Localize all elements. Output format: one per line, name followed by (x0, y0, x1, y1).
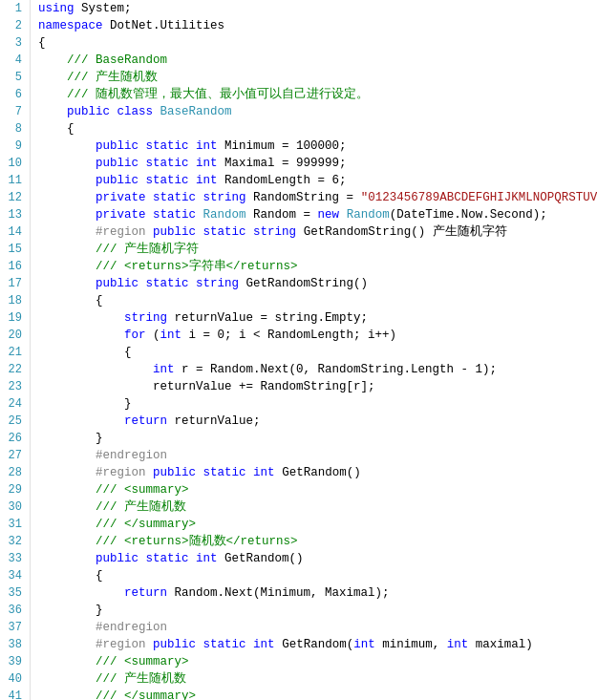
code-line: public static int GetRandom() (38, 550, 597, 567)
code-line: /// <returns>字符串</returns> (38, 258, 597, 275)
line-number: 30 (4, 498, 22, 516)
line-number: 28 (4, 464, 22, 481)
code-line: } (38, 395, 597, 413)
code-line: #region public static int GetRandom() (38, 464, 597, 481)
line-numbers: 1234567891011121314151617181920212223242… (0, 0, 31, 700)
line-number: 25 (4, 413, 22, 430)
line-number: 12 (4, 189, 22, 206)
line-number: 4 (4, 52, 22, 69)
code-line: private static Random Random = new Rando… (38, 206, 597, 223)
line-number: 37 (4, 619, 22, 636)
line-number: 23 (4, 378, 22, 395)
code-line: #region public static string GetRandomSt… (38, 223, 597, 241)
code-line: /// 产生随机数 (38, 498, 597, 516)
code-line: public static int Minimum = 100000; (38, 138, 597, 155)
code-line: for (int i = 0; i < RandomLength; i++) (38, 327, 597, 344)
code-line: public static int RandomLength = 6; (38, 172, 597, 189)
code-line: { (38, 120, 597, 138)
line-number: 15 (4, 241, 22, 258)
code-line: } (38, 602, 597, 619)
line-number: 14 (4, 223, 22, 241)
code-line: /// </summary> (38, 688, 597, 700)
line-number: 41 (4, 688, 22, 700)
code-line: { (38, 292, 597, 309)
code-line: string returnValue = string.Empty; (38, 309, 597, 327)
line-number: 10 (4, 155, 22, 172)
code-editor: 1234567891011121314151617181920212223242… (0, 0, 597, 700)
line-number: 29 (4, 481, 22, 498)
code-line: { (38, 567, 597, 584)
line-number: 35 (4, 584, 22, 602)
code-content[interactable]: using System;namespace DotNet.Utilities{… (31, 0, 597, 700)
code-line: namespace DotNet.Utilities (38, 17, 597, 34)
line-number: 19 (4, 309, 22, 327)
line-number: 8 (4, 120, 22, 138)
code-line: using System; (38, 0, 597, 17)
code-line: /// <summary> (38, 481, 597, 498)
code-line: } (38, 430, 597, 447)
line-number: 34 (4, 567, 22, 584)
line-number: 6 (4, 86, 22, 103)
line-number: 22 (4, 361, 22, 378)
line-number: 5 (4, 69, 22, 86)
code-line: return Random.Next(Minimum, Maximal); (38, 584, 597, 602)
line-number: 31 (4, 516, 22, 533)
line-number: 21 (4, 344, 22, 361)
line-number: 33 (4, 550, 22, 567)
line-number: 38 (4, 636, 22, 653)
code-line: public static int Maximal = 999999; (38, 155, 597, 172)
line-number: 36 (4, 602, 22, 619)
line-number: 27 (4, 447, 22, 464)
line-number: 13 (4, 206, 22, 223)
code-line: private static string RandomString = "01… (38, 189, 597, 206)
code-line: /// </summary> (38, 516, 597, 533)
line-number: 40 (4, 670, 22, 688)
line-number: 7 (4, 103, 22, 120)
line-number: 20 (4, 327, 22, 344)
code-line: /// 随机数管理，最大值、最小值可以自己进行设定。 (38, 86, 597, 103)
code-line: returnValue += RandomString[r]; (38, 378, 597, 395)
code-line: return returnValue; (38, 413, 597, 430)
line-number: 24 (4, 395, 22, 413)
code-line: /// 产生随机数 (38, 670, 597, 688)
line-number: 17 (4, 275, 22, 292)
code-line: /// 产生随机数 (38, 69, 597, 86)
line-number: 39 (4, 653, 22, 670)
code-line: public class BaseRandom (38, 103, 597, 120)
line-number: 11 (4, 172, 22, 189)
code-line: #endregion (38, 447, 597, 464)
code-line: { (38, 34, 597, 52)
code-line: int r = Random.Next(0, RandomString.Leng… (38, 361, 597, 378)
code-line: #region public static int GetRandom(int … (38, 636, 597, 653)
code-line: { (38, 344, 597, 361)
line-number: 16 (4, 258, 22, 275)
line-number: 3 (4, 34, 22, 52)
code-line: #endregion (38, 619, 597, 636)
code-line: /// BaseRandom (38, 52, 597, 69)
line-number: 9 (4, 138, 22, 155)
line-number: 26 (4, 430, 22, 447)
code-line: /// <summary> (38, 653, 597, 670)
line-number: 32 (4, 533, 22, 550)
line-number: 1 (4, 0, 22, 17)
line-number: 18 (4, 292, 22, 309)
line-number: 2 (4, 17, 22, 34)
code-line: /// <returns>随机数</returns> (38, 533, 597, 550)
code-line: /// 产生随机字符 (38, 241, 597, 258)
code-line: public static string GetRandomString() (38, 275, 597, 292)
